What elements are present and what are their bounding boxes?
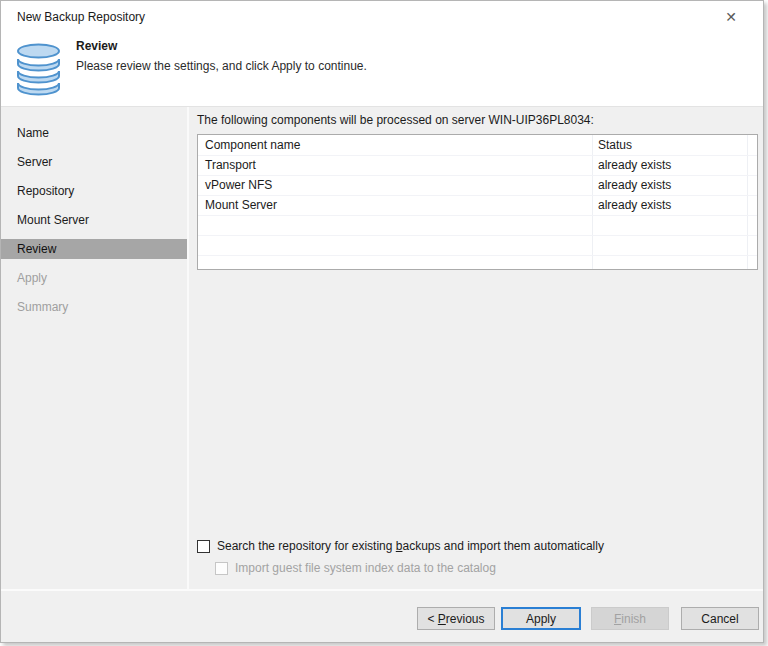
sidebar-item-review[interactable]: Review xyxy=(1,234,187,263)
sidebar-item-repository[interactable]: Repository xyxy=(1,176,187,205)
table-row: vPower NFS already exists xyxy=(198,176,757,196)
search-backups-checkbox[interactable] xyxy=(197,540,210,553)
window-title: New Backup Repository xyxy=(17,10,145,24)
sidebar-item-server[interactable]: Server xyxy=(1,147,187,176)
wizard-body: Name Server Repository Mount Server Revi… xyxy=(1,107,763,589)
previous-button[interactable]: < Previous xyxy=(417,607,495,630)
apply-button[interactable]: Apply xyxy=(501,607,581,630)
table-row-empty xyxy=(198,216,757,236)
finish-button: Finish xyxy=(591,607,669,630)
page-title: Review xyxy=(76,39,117,53)
table-row-empty xyxy=(198,236,757,256)
import-index-row: Import guest file system index data to t… xyxy=(215,561,496,575)
wizard-steps-sidebar: Name Server Repository Mount Server Revi… xyxy=(1,107,187,589)
close-icon[interactable]: ✕ xyxy=(717,5,745,29)
sidebar-divider xyxy=(187,107,189,589)
sidebar-item-name[interactable]: Name xyxy=(1,118,187,147)
components-intro-text: The following components will be process… xyxy=(197,113,594,127)
table-row-empty xyxy=(198,256,757,270)
table-row: Mount Server already exists xyxy=(198,196,757,216)
sidebar-item-summary: Summary xyxy=(1,292,187,321)
import-index-label: Import guest file system index data to t… xyxy=(235,561,496,575)
button-bar: < Previous Apply Finish Cancel xyxy=(1,591,763,642)
cancel-button[interactable]: Cancel xyxy=(681,607,759,630)
wizard-header: Review Please review the settings, and c… xyxy=(1,34,763,107)
import-index-checkbox xyxy=(215,562,228,575)
sidebar-item-apply: Apply xyxy=(1,263,187,292)
review-panel: The following components will be process… xyxy=(197,107,758,589)
sidebar-item-mount-server[interactable]: Mount Server xyxy=(1,205,187,234)
search-backups-row: Search the repository for existing backu… xyxy=(197,539,604,553)
title-bar: New Backup Repository ✕ xyxy=(1,1,763,34)
table-header-row: Component name Status xyxy=(198,135,757,156)
table-row: Transport already exists xyxy=(198,156,757,176)
components-table: Component name Status Transport already … xyxy=(197,134,758,270)
column-header-status: Status xyxy=(598,135,632,155)
search-backups-label: Search the repository for existing backu… xyxy=(217,539,604,553)
page-subtitle: Please review the settings, and click Ap… xyxy=(76,59,367,73)
column-header-component: Component name xyxy=(205,135,300,155)
database-icon xyxy=(15,43,62,96)
wizard-dialog: New Backup Repository ✕ Review Please re… xyxy=(0,0,764,643)
